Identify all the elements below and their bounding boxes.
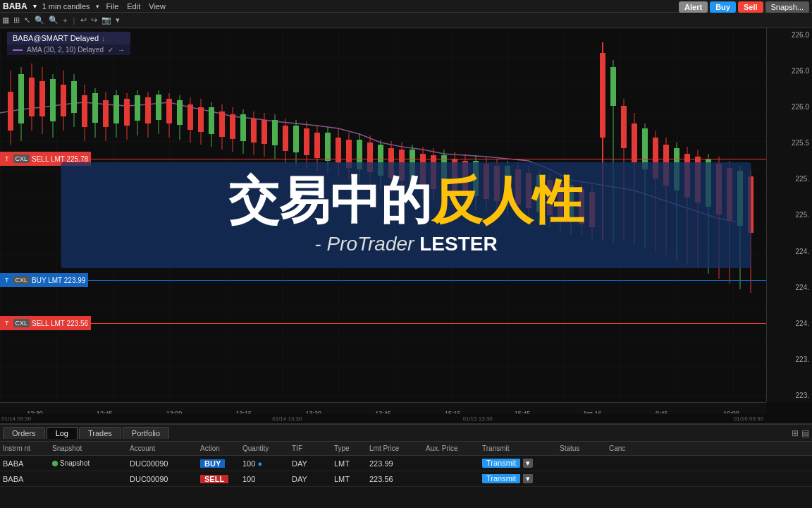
table-row[interactable]: BABA DUC00090 SELL 100 DAY LMT 223.56 Tr… bbox=[0, 471, 812, 487]
price-label-8: 224. bbox=[767, 284, 812, 291]
menu-file[interactable]: File bbox=[102, 2, 123, 11]
ama-arrow-icon: → bbox=[118, 46, 125, 54]
table-row[interactable]: BABA Snapshot DUC00090 BUY 100 ● DAY LMT… bbox=[0, 456, 812, 471]
ama-label-text: AMA (30, 2, 10) Delayed bbox=[27, 46, 104, 54]
sub-time-axis: 01/14 09:30 01/14 13:30 01/15 13:30 01/1… bbox=[0, 413, 766, 423]
th-action: Action bbox=[197, 445, 240, 452]
td-snapshot-1: Snapshot bbox=[49, 459, 127, 468]
tab-log[interactable]: Log bbox=[47, 427, 78, 439]
svg-rect-21 bbox=[103, 100, 109, 127]
alert-button[interactable]: Alert bbox=[679, 1, 708, 13]
snapshot-text-1: Snapshot bbox=[60, 459, 90, 467]
ama-line-icon bbox=[13, 49, 23, 51]
transmit-btn-2[interactable]: Transmit bbox=[482, 474, 520, 483]
tab-trades[interactable]: Trades bbox=[79, 427, 121, 439]
td-type-1: LMT bbox=[331, 459, 367, 468]
sell-bottom-order-label[interactable]: T CXL SELL LMT 223.56 bbox=[0, 316, 91, 330]
ticker-arrow[interactable]: ▾ bbox=[30, 3, 39, 10]
bottom-panel: ⊞ ▤ Orders Log Trades Portfolio Instrm n… bbox=[0, 423, 812, 508]
chart-symbol-label: BABA@SMART Delayed ↓ bbox=[7, 32, 130, 44]
toolbar-icon-arrow-drop[interactable]: ▾ bbox=[113, 16, 122, 25]
td-transmit-1[interactable]: Transmit ▾ bbox=[479, 459, 557, 468]
svg-rect-115 bbox=[600, 53, 605, 138]
overlay-text-part1: 交易中的 bbox=[228, 172, 431, 229]
price-label-3: 226.0 bbox=[767, 103, 812, 111]
snapshot-dot-icon bbox=[52, 461, 58, 466]
svg-rect-19 bbox=[92, 93, 98, 123]
toolbar-icon-zoom-in[interactable]: 🔍 bbox=[32, 16, 47, 25]
tab-orders[interactable]: Orders bbox=[3, 427, 45, 439]
tab-portfolio[interactable]: Portfolio bbox=[123, 427, 169, 439]
toolbar-icon-1[interactable]: ▦ bbox=[0, 16, 11, 25]
chart-info-box: BABA@SMART Delayed ↓ AMA (30, 2, 10) Del… bbox=[7, 32, 130, 55]
price-label-10: 223. bbox=[767, 356, 812, 363]
toolbar-icon-camera[interactable]: 📷 bbox=[99, 16, 113, 25]
svg-rect-57 bbox=[293, 126, 299, 152]
toolbar-icon-redo[interactable]: ↪ bbox=[89, 16, 99, 25]
chart-arrow-icon: ↓ bbox=[102, 34, 106, 42]
svg-rect-49 bbox=[251, 119, 257, 143]
transmit-arrow-2[interactable]: ▾ bbox=[523, 474, 533, 483]
bottom-tabs: Orders Log Trades Portfolio bbox=[0, 425, 812, 442]
td-action-1: BUY bbox=[197, 459, 240, 468]
price-label-4: 225.5 bbox=[767, 139, 812, 147]
overlay-bold-text: LESTER bbox=[414, 233, 497, 255]
toolbar-icon-undo[interactable]: ↩ bbox=[78, 16, 89, 25]
bottom-table: Instrm nt Snapshot Account Action Quanti… bbox=[0, 442, 812, 508]
candles-arrow[interactable]: ▾ bbox=[93, 3, 102, 10]
chart-area: BABA@SMART Delayed ↓ AMA (30, 2, 10) Del… bbox=[0, 28, 812, 423]
price-label-9: 224. bbox=[767, 320, 812, 327]
sub-time-1: 01/14 09:30 bbox=[0, 416, 192, 422]
th-snapshot: Snapshot bbox=[49, 445, 127, 452]
th-tif: TIF bbox=[289, 445, 331, 452]
svg-rect-61 bbox=[314, 133, 320, 158]
td-tif-2: DAY bbox=[289, 475, 331, 483]
svg-rect-39 bbox=[198, 107, 204, 132]
price-label-5: 225. bbox=[767, 175, 812, 183]
panel-icon-2[interactable]: ▤ bbox=[801, 428, 809, 438]
sell-top-tag: T bbox=[3, 155, 11, 163]
svg-rect-27 bbox=[135, 95, 140, 121]
sub-time-4: 01/16 09:30 bbox=[573, 416, 766, 422]
th-canc: Canc bbox=[606, 445, 641, 452]
svg-rect-119 bbox=[621, 106, 627, 148]
toolbar-icon-2[interactable]: ⊞ bbox=[11, 16, 22, 25]
td-qty-2: 100 bbox=[240, 475, 289, 483]
menu-view[interactable]: View bbox=[144, 2, 170, 11]
svg-rect-15 bbox=[71, 81, 77, 113]
candles-label: 1 min candles bbox=[39, 2, 93, 11]
sell-button[interactable]: Sell bbox=[738, 1, 763, 13]
transmit-btn-1[interactable]: Transmit bbox=[482, 459, 520, 468]
panel-icon-1[interactable]: ⊞ bbox=[792, 428, 799, 438]
toolbar-icon-crosshair[interactable]: + bbox=[61, 16, 69, 25]
bottom-right-icons: ⊞ ▤ bbox=[792, 425, 812, 442]
svg-rect-47 bbox=[240, 114, 246, 141]
toolbar-icon-zoom-out[interactable]: 🔍 bbox=[47, 16, 61, 25]
toolbar-separator: | bbox=[70, 16, 77, 25]
action-sell-badge: SELL bbox=[200, 475, 228, 483]
th-account: Account bbox=[127, 445, 197, 452]
sell-bottom-label-text: SELL LMT 223.56 bbox=[32, 320, 88, 327]
svg-rect-53 bbox=[272, 120, 278, 145]
th-aux: Aux. Price bbox=[423, 445, 479, 452]
snapshot-button[interactable]: Snapsh... bbox=[765, 1, 809, 13]
chart-symbol-text: BABA@SMART Delayed bbox=[13, 34, 99, 42]
buy-button[interactable]: Buy bbox=[710, 1, 736, 13]
td-lmt-1: 223.99 bbox=[367, 459, 423, 468]
menu-edit[interactable]: Edit bbox=[123, 2, 144, 11]
buy-order-label[interactable]: T CXL BUY LMT 223.99 bbox=[0, 273, 88, 287]
svg-rect-29 bbox=[145, 97, 151, 123]
ticker-symbol[interactable]: BABA bbox=[0, 1, 30, 11]
th-qty: Quantity bbox=[240, 445, 289, 452]
svg-rect-37 bbox=[187, 104, 193, 130]
td-qty-1: 100 ● bbox=[240, 459, 289, 468]
td-transmit-2[interactable]: Transmit ▾ bbox=[479, 474, 557, 483]
snapshot-badge-1: Snapshot bbox=[52, 459, 90, 467]
transmit-arrow-1[interactable]: ▾ bbox=[523, 459, 533, 468]
svg-rect-55 bbox=[283, 126, 288, 151]
sell-top-cxl: CXL bbox=[13, 155, 30, 163]
td-type-2: LMT bbox=[331, 475, 367, 483]
svg-rect-41 bbox=[209, 107, 214, 134]
toolbar-icon-cursor[interactable]: ↖ bbox=[22, 16, 32, 25]
td-account-1: DUC00090 bbox=[127, 459, 197, 468]
